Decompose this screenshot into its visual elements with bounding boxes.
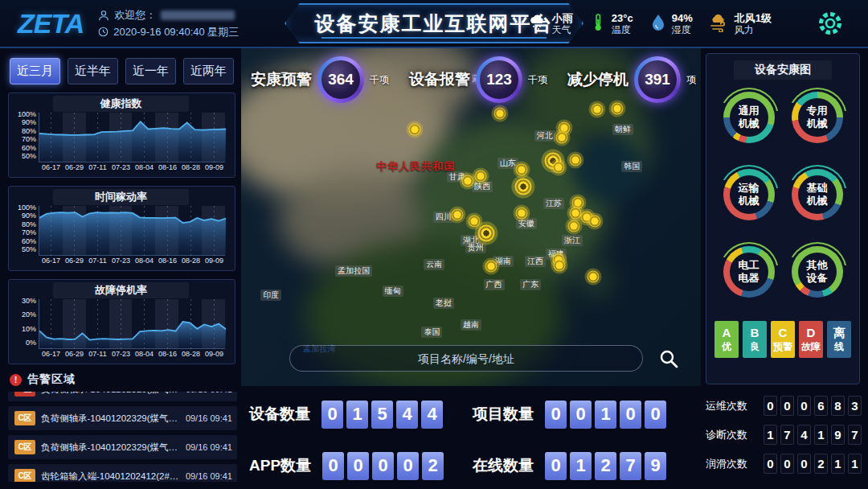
gauge-label-line2: 机械 [807, 195, 828, 208]
x-tick: 07-23 [112, 257, 130, 265]
gauge-运输机械[interactable]: 运输机械 [719, 165, 779, 224]
project-marker[interactable] [464, 178, 471, 185]
bottom-stat-digit: 2 [422, 452, 444, 480]
bottom-stat-digit: 0 [372, 452, 394, 480]
project-marker[interactable] [559, 134, 566, 142]
zeta-logo: ZETA [18, 8, 84, 39]
project-marker[interactable] [518, 166, 526, 173]
stat-circle: 123 [476, 56, 522, 103]
gauge-label-line2: 电器 [739, 272, 760, 285]
project-marker[interactable] [572, 210, 579, 217]
weather-label: 温度 [612, 25, 633, 36]
stat-label: 安康预警 [251, 69, 312, 90]
project-marker[interactable] [583, 213, 590, 220]
legend-离线[interactable]: 离线 [827, 321, 851, 358]
project-marker[interactable] [560, 125, 567, 132]
counter-digit: 0 [797, 396, 811, 416]
alert-time: 09/16 09:41 [186, 471, 232, 481]
counter-诊断次数: 诊断次数174197 [706, 425, 863, 445]
bottom-stat-digit: 0 [645, 401, 666, 429]
bottom-stat-digit: 1 [346, 401, 368, 429]
gauge-基础机械[interactable]: 基础机械 [788, 165, 847, 224]
project-marker[interactable] [518, 182, 529, 192]
counter-digit: 1 [814, 425, 828, 445]
stat-unit: 千项 [528, 73, 547, 87]
stat-unit: 项 [686, 73, 696, 87]
project-marker[interactable] [613, 105, 620, 112]
y-tick: 0% [26, 339, 36, 347]
chart-x-axis: 06-1706-2907-1107-2308-0408-1608-2809-09 [39, 256, 226, 266]
x-tick: 07-23 [112, 350, 130, 358]
project-marker[interactable] [555, 163, 562, 171]
chart-title: 健康指数 [53, 96, 188, 112]
alert-row[interactable]: C区负荷侧轴承-10401202329(煤气引风机电...09/16 09:41 [8, 406, 237, 430]
weather-item-天气: 小雨天气 [528, 13, 573, 36]
project-marker[interactable] [453, 212, 461, 219]
x-tick: 06-17 [42, 350, 60, 358]
alert-row[interactable]: D区负荷侧轴承-10401202329(煤气引风机电...09/16 09:41 [8, 392, 237, 401]
chart-故障停机率: 故障停机率30%20%10%0% 06-1706-2907-1107-2308-… [8, 279, 235, 364]
gauge-通用机械[interactable]: 通用机械 [719, 88, 779, 147]
x-tick: 08-04 [135, 163, 154, 171]
x-tick: 08-16 [158, 163, 177, 171]
legend-D故障[interactable]: D故障 [799, 321, 823, 358]
counter-digit: 1 [764, 425, 777, 445]
stat-value: 364 [328, 71, 354, 88]
legend-A优[interactable]: A优 [714, 321, 739, 358]
gauge-专用机械[interactable]: 专用机械 [788, 88, 847, 147]
weather-strip: 小雨天气23°c温度94%湿度北风1级风力 [528, 0, 772, 48]
bottom-stat-label: 项目数量 [473, 404, 534, 425]
project-marker[interactable] [556, 262, 563, 269]
tab-近两年[interactable]: 近两年 [183, 58, 234, 84]
project-marker[interactable] [481, 228, 491, 238]
chart-y-axis: 30%20%10%0% [12, 297, 39, 347]
bottom-stat-设备数量: 设备数量01544 [249, 396, 473, 433]
clock-icon [98, 27, 108, 37]
project-marker[interactable] [572, 156, 579, 163]
grade-legend: A优B良C预警D故障离线 [714, 321, 851, 358]
region-label-河北: 河北 [534, 130, 555, 142]
weather-label: 风力 [735, 25, 772, 36]
tab-近三月[interactable]: 近三月 [10, 58, 60, 84]
project-marker[interactable] [518, 210, 526, 217]
project-marker[interactable] [477, 172, 485, 179]
region-label-朝鲜: 朝鲜 [612, 124, 633, 135]
alert-list[interactable]: D区负荷侧轴承-10401202329(煤气引风机电...09/16 09:41… [8, 392, 237, 482]
x-tick: 06-29 [65, 163, 84, 171]
tab-近一年[interactable]: 近一年 [125, 58, 176, 84]
legend-C预警[interactable]: C预警 [771, 321, 795, 358]
project-marker[interactable] [488, 263, 495, 270]
y-tick: 80% [22, 127, 36, 135]
project-marker[interactable] [575, 199, 582, 207]
alert-row[interactable]: C区负荷侧轴承-10401202329(煤气引风机电...09/16 09:41 [8, 435, 237, 459]
alert-row[interactable]: C区齿轮箱输入端-10401202412(2#（2V）...09/16 09:4… [8, 464, 237, 482]
search-icon-button[interactable] [658, 348, 679, 372]
project-marker[interactable] [497, 110, 504, 117]
project-marker[interactable] [570, 222, 577, 229]
project-marker[interactable] [589, 273, 596, 280]
counter-运维次数: 运维次数000683 [706, 396, 863, 416]
region-label-印度: 印度 [260, 290, 281, 301]
x-tick: 08-28 [182, 163, 200, 171]
project-search-bar[interactable] [289, 345, 643, 372]
header: ZETA 欢迎您： 2020-9-16 09:40:40 星期三 设备安康工业互… [0, 0, 868, 48]
weather-label: 天气 [552, 25, 573, 36]
counter-digit: 2 [814, 454, 828, 474]
gauge-其他设备[interactable]: 其他设备 [788, 242, 847, 302]
counter-label: 诊断次数 [706, 428, 757, 442]
legend-B良[interactable]: B良 [743, 321, 767, 358]
bottom-stat-digit: 0 [397, 452, 419, 480]
settings-button[interactable] [817, 10, 844, 40]
search-input[interactable] [290, 352, 642, 365]
datetime-text: 2020-9-16 09:40:40 星期三 [113, 25, 239, 39]
project-marker[interactable] [471, 217, 478, 224]
tab-近半年[interactable]: 近半年 [68, 58, 118, 84]
project-marker[interactable] [592, 218, 599, 225]
project-marker[interactable] [411, 126, 418, 134]
time-range-tabs: 近三月近半年近一年近两年 [10, 58, 237, 84]
project-marker[interactable] [593, 106, 600, 113]
alert-text: 负荷侧轴承-10401202329(煤气引风机电... [41, 413, 180, 425]
bottom-stat-digit: 1 [595, 401, 616, 429]
gauge-电工电器[interactable]: 电工电器 [719, 242, 779, 302]
y-tick: 20% [22, 310, 36, 318]
